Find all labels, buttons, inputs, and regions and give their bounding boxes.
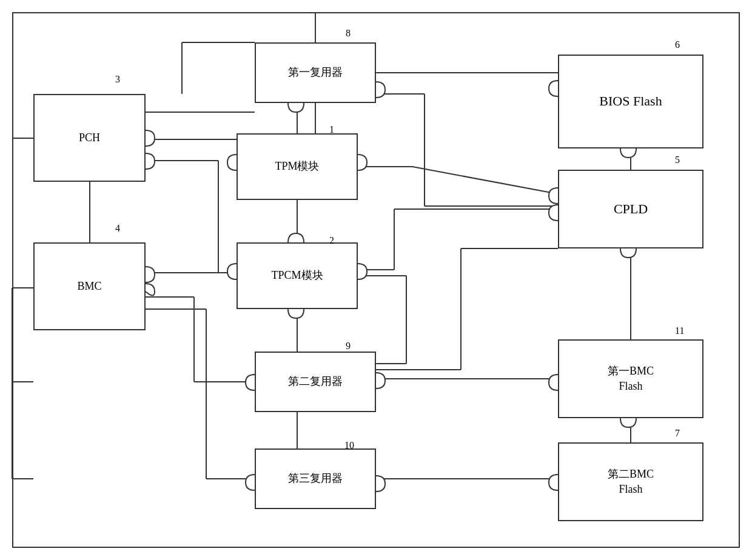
num-8: 8 bbox=[346, 28, 351, 39]
pch-label: PCH bbox=[79, 130, 100, 145]
mux2-block: 第二复用器 bbox=[255, 352, 376, 412]
tpcm-label: TPCM模块 bbox=[271, 268, 323, 283]
bmc-flash1-label: 第一BMC Flash bbox=[608, 364, 654, 394]
bios-flash-block: BIOS Flash bbox=[558, 55, 703, 148]
pch-block: PCH bbox=[33, 94, 146, 182]
mux2-label: 第二复用器 bbox=[288, 374, 343, 389]
num-5: 5 bbox=[675, 155, 680, 165]
diagram-container: PCH BMC TPM模块 TPCM模块 第一复用器 第二复用器 第三复用器 B… bbox=[0, 0, 752, 560]
mux1-label: 第一复用器 bbox=[288, 65, 343, 80]
tpm-block: TPM模块 bbox=[237, 133, 358, 200]
tpm-label: TPM模块 bbox=[275, 159, 319, 174]
num-1: 1 bbox=[329, 124, 334, 135]
num-9: 9 bbox=[346, 341, 351, 352]
bmc-flash1-block: 第一BMC Flash bbox=[558, 339, 703, 418]
num-10: 10 bbox=[344, 440, 354, 451]
num-3: 3 bbox=[115, 74, 120, 85]
mux3-block: 第三复用器 bbox=[255, 448, 376, 509]
cpld-label: CPLD bbox=[614, 200, 648, 219]
cpld-block: CPLD bbox=[558, 170, 703, 248]
tpcm-block: TPCM模块 bbox=[237, 242, 358, 309]
bmc-flash2-label: 第二BMC Flash bbox=[608, 467, 654, 497]
num-11: 11 bbox=[675, 325, 684, 336]
num-4: 4 bbox=[115, 223, 120, 234]
mux3-label: 第三复用器 bbox=[288, 471, 343, 486]
num-7: 7 bbox=[675, 428, 680, 439]
bmc-block: BMC bbox=[33, 242, 146, 330]
bios-flash-label: BIOS Flash bbox=[599, 92, 662, 111]
mux1-block: 第一复用器 bbox=[255, 42, 376, 103]
bmc-flash2-block: 第二BMC Flash bbox=[558, 442, 703, 521]
num-6: 6 bbox=[675, 39, 680, 50]
num-2: 2 bbox=[329, 235, 334, 246]
bmc-label: BMC bbox=[77, 279, 101, 294]
